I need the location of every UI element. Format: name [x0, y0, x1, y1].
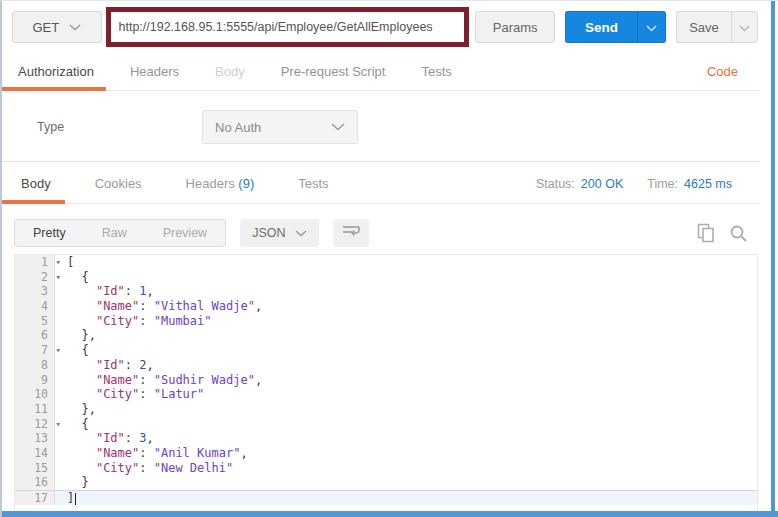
code-line[interactable]: 4 "Name": "Vithal Wadje", [15, 299, 757, 314]
fold-arrow-icon[interactable]: ▾ [56, 417, 61, 432]
fold-arrow-icon[interactable]: ▾ [56, 255, 61, 270]
request-tab-pre-request-script[interactable]: Pre-request Script [279, 53, 388, 90]
chevron-down-icon [69, 24, 81, 31]
response-tabs-list: BodyCookiesHeaders (9)Tests [19, 164, 371, 203]
save-label: Save [689, 20, 719, 35]
method-dropdown[interactable]: GET [12, 11, 102, 43]
code-line-text: "Name": "Vithal Wadje", [55, 299, 262, 314]
code-line[interactable]: 2▾ { [15, 270, 757, 285]
code-line[interactable]: 13 "Id": 3, [15, 431, 757, 446]
code-line-text: }, [55, 328, 96, 343]
request-tabs-list: AuthorizationHeadersBodyPre-request Scri… [16, 53, 486, 90]
line-number: 3 [15, 284, 55, 299]
viewer-actions [697, 223, 748, 243]
url-highlight-box [106, 7, 470, 47]
code-line[interactable]: 12▾ { [15, 417, 757, 432]
line-number: 4 [15, 299, 55, 314]
request-tab-headers[interactable]: Headers [128, 53, 181, 90]
code-line-text: } [55, 475, 89, 490]
response-tab-headers[interactable]: Headers (9) [184, 164, 257, 203]
code-line[interactable]: 5 "City": "Mumbai" [15, 314, 757, 329]
auth-type-label: Type [37, 120, 64, 134]
code-line[interactable]: 1▾[ [15, 255, 757, 270]
method-label: GET [32, 20, 59, 35]
fold-arrow-icon[interactable]: ▾ [56, 343, 61, 358]
search-icon[interactable] [729, 224, 748, 243]
postman-window: GET Params Send Save [0, 0, 778, 517]
line-number: 15 [15, 461, 55, 476]
chevron-down-icon [295, 230, 307, 237]
params-label: Params [493, 20, 538, 35]
line-number: 17 [15, 491, 55, 505]
auth-type-value: No Auth [215, 120, 261, 135]
line-number: 12▾ [15, 417, 55, 432]
code-line-text: "Name": "Sudhir Wadje", [55, 373, 262, 388]
url-input[interactable] [111, 12, 465, 42]
request-tab-tests[interactable]: Tests [419, 53, 453, 90]
language-dropdown[interactable]: JSON [240, 219, 319, 247]
code-line[interactable]: 11 }, [15, 402, 757, 417]
code-line[interactable]: 7▾ { [15, 343, 757, 358]
auth-type-dropdown[interactable]: No Auth [202, 110, 358, 144]
view-mode-segmented-control: PrettyRawPreview [14, 219, 226, 247]
code-line[interactable]: 6 }, [15, 328, 757, 343]
text-cursor [75, 493, 76, 505]
code-line-text: "City": "Mumbai" [55, 314, 212, 329]
code-line-text: "City": "New Delhi" [55, 461, 233, 476]
params-button[interactable]: Params [475, 11, 555, 43]
code-line-text: "City": "Latur" [55, 387, 204, 402]
response-body-editor[interactable]: 1▾[2▾ {3 "Id": 1,4 "Name": "Vithal Wadje… [14, 254, 758, 512]
request-tab-authorization[interactable]: Authorization [16, 53, 96, 90]
response-meta: Status: 200 OK Time: 4625 ms [536, 163, 732, 204]
save-split-button: Save [676, 11, 758, 43]
line-number: 7▾ [15, 343, 55, 358]
line-number: 2▾ [15, 270, 55, 285]
code-line-text: ] [55, 491, 76, 505]
authorization-section: Type No Auth [2, 92, 760, 162]
window-frame-bottom[interactable] [2, 511, 778, 517]
response-viewer-toolbar: PrettyRawPreview JSON [14, 213, 758, 253]
save-options-button[interactable] [731, 11, 758, 43]
response-tab-cookies[interactable]: Cookies [93, 164, 144, 203]
time-value: 4625 ms [684, 177, 732, 191]
chevron-down-icon [646, 18, 657, 36]
save-button[interactable]: Save [676, 11, 731, 43]
fold-arrow-icon[interactable]: ▾ [56, 270, 61, 285]
code-line[interactable]: 16 } [15, 475, 757, 490]
view-mode-pretty[interactable]: Pretty [15, 220, 84, 246]
time-label: Time: [647, 177, 678, 191]
code-line[interactable]: 15 "City": "New Delhi" [15, 461, 757, 476]
line-number: 14 [15, 446, 55, 461]
code-line[interactable]: 10 "City": "Latur" [15, 387, 757, 402]
code-line[interactable]: 14 "Name": "Anil Kumar", [15, 446, 757, 461]
view-mode-raw[interactable]: Raw [84, 220, 145, 246]
copy-icon[interactable] [697, 223, 715, 243]
view-mode-preview[interactable]: Preview [145, 220, 225, 246]
code-link[interactable]: Code [707, 64, 738, 79]
code-line-text: "Id": 3, [55, 431, 154, 446]
response-tab-tests[interactable]: Tests [296, 164, 330, 203]
response-tab-body[interactable]: Body [19, 164, 53, 203]
code-line[interactable]: 3 "Id": 1, [15, 284, 757, 299]
request-tab-body[interactable]: Body [213, 53, 247, 90]
response-tabs: BodyCookiesHeaders (9)Tests Status: 200 … [2, 163, 760, 204]
code-line-text: "Id": 1, [55, 284, 154, 299]
code-line[interactable]: 9 "Name": "Sudhir Wadje", [15, 373, 757, 388]
code-line-text: }, [55, 402, 96, 417]
wrap-text-button[interactable] [333, 219, 369, 247]
line-number: 9 [15, 373, 55, 388]
request-tabs: AuthorizationHeadersBodyPre-request Scri… [2, 53, 760, 91]
line-number: 1▾ [15, 255, 55, 270]
send-button[interactable]: Send [565, 11, 637, 43]
code-line[interactable]: 17] [15, 490, 757, 505]
send-options-button[interactable] [637, 11, 666, 43]
code-line-text: "Id": 2, [55, 358, 154, 373]
status-badge[interactable]: 200 OK [581, 177, 623, 191]
language-value: JSON [252, 226, 285, 240]
chevron-down-icon [739, 18, 750, 36]
send-split-button: Send [565, 11, 666, 43]
window-frame-right [771, 1, 775, 517]
wrap-text-icon [342, 224, 360, 242]
chevron-down-icon [331, 123, 345, 131]
code-line[interactable]: 8 "Id": 2, [15, 358, 757, 373]
